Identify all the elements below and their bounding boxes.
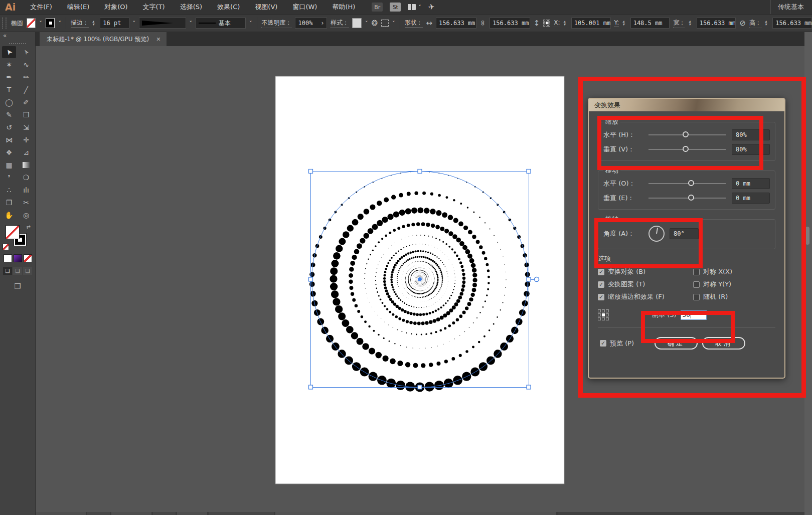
menu-item-view[interactable]: 视图(V) <box>247 0 285 14</box>
shape-height-field[interactable]: 156.633 mm <box>490 18 530 29</box>
scrollbar-segment[interactable] <box>209 512 274 515</box>
opacity-field[interactable]: 100%› <box>295 18 327 29</box>
stepper-down-icon[interactable]: ▾ <box>92 23 96 26</box>
toolbar-collapse-button[interactable]: « <box>0 32 35 41</box>
x-stepper[interactable]: ▴▾ <box>564 20 568 26</box>
bridge-icon[interactable]: Br <box>372 3 383 12</box>
menu-item-file[interactable]: 文件(F) <box>23 0 60 14</box>
checkbox-transform-patterns[interactable]: ✓ 变换图案 (T) <box>598 280 693 289</box>
scale-horizontal-field[interactable]: 80% <box>732 129 770 140</box>
symbol-sprayer-tool[interactable]: ∴ <box>2 184 16 196</box>
panel-expand-handle[interactable] <box>805 227 809 245</box>
stepper-down-icon[interactable]: ▾ <box>622 23 626 26</box>
default-swatches-icon[interactable] <box>3 244 9 250</box>
slider-knob[interactable] <box>688 180 694 186</box>
chevron-down-icon[interactable]: ˅ <box>58 20 61 27</box>
perspective-grid-tool[interactable]: ⊿ <box>19 146 33 158</box>
chevron-down-icon[interactable]: ˅ <box>190 20 193 27</box>
checkbox-icon[interactable]: ✓ <box>598 269 604 275</box>
brush-definition-dropdown[interactable]: 基本 <box>196 18 246 29</box>
checkbox-icon[interactable]: ✓ <box>598 281 604 288</box>
direct-selection-tool[interactable]: ➢ <box>19 46 33 58</box>
checkbox-icon[interactable]: ✓ <box>600 340 606 347</box>
eraser-tool[interactable]: ❒ <box>19 109 33 121</box>
opacity-label[interactable]: 不透明度： <box>261 19 291 28</box>
stroke-weight-label[interactable]: 描边： <box>71 19 89 28</box>
copies-input[interactable] <box>681 310 707 320</box>
ellipse-tool[interactable]: ◯ <box>2 96 16 108</box>
stroke-color-swatch[interactable] <box>46 18 55 28</box>
mesh-tool[interactable]: ▦ <box>2 159 16 171</box>
scrollbar-segment[interactable] <box>177 512 207 515</box>
arrow-right-icon[interactable]: › <box>320 20 324 27</box>
height-field[interactable]: 156.633 mm <box>772 18 812 29</box>
x-field[interactable]: 105.001 mm <box>571 18 611 29</box>
selection-tool[interactable]: ➤ <box>2 46 16 58</box>
scrollbar-track[interactable] <box>558 512 804 515</box>
swap-fill-stroke-icon[interactable]: ⇄ <box>27 224 31 230</box>
scale-horizontal-slider[interactable] <box>648 134 726 135</box>
menu-item-select[interactable]: 选择(S) <box>173 0 210 14</box>
gradient-tool[interactable] <box>19 159 33 171</box>
slice-tool[interactable]: ✂ <box>19 197 33 209</box>
horizontal-scrollbar[interactable] <box>36 512 804 515</box>
slider-knob[interactable] <box>688 195 694 201</box>
line-segment-tool[interactable]: ╱ <box>19 84 33 96</box>
cancel-button[interactable]: 取消 <box>702 337 745 350</box>
paintbrush-tool[interactable]: ✐ <box>19 96 33 108</box>
rotate-angle-field[interactable]: 80° <box>670 228 699 239</box>
scrollbar-segment[interactable] <box>153 512 176 515</box>
graph-tool[interactable]: ılı <box>19 184 33 196</box>
stepper-down-icon[interactable]: ▾ <box>765 23 769 26</box>
fill-color-swatch[interactable] <box>27 18 36 28</box>
scrollbar-segment[interactable] <box>36 512 86 515</box>
arrange-documents-button[interactable]: ˅ <box>408 4 421 11</box>
color-button[interactable] <box>4 254 12 262</box>
move-vertical-slider[interactable] <box>648 198 726 199</box>
draw-behind-button[interactable]: ❏ <box>13 267 22 275</box>
recolor-artwork-icon[interactable]: ❂ <box>372 19 378 28</box>
link-icon[interactable]: ∞ <box>478 20 488 27</box>
live-shape-widget-handle[interactable] <box>535 277 539 282</box>
panel-grip[interactable] <box>2 18 7 29</box>
symbol-tool[interactable]: ❍ <box>19 171 33 184</box>
checkbox-transform-objects[interactable]: ✓ 变换对象 (B) <box>598 267 693 276</box>
puppet-warp-tool[interactable]: ✛ <box>19 134 33 146</box>
style-label[interactable]: 样式： <box>331 19 349 28</box>
move-vertical-field[interactable]: 0 mm <box>732 193 770 204</box>
select-similar-icon[interactable] <box>381 20 389 27</box>
unlink-dimensions-icon[interactable]: ⊘ <box>739 19 746 28</box>
checkbox-reflect-x[interactable]: ✓ 对称 X(X) <box>693 267 732 276</box>
move-horizontal-slider[interactable] <box>648 183 726 184</box>
pen-tool[interactable]: ✒ <box>2 71 16 83</box>
hand-tool[interactable]: ✋ <box>2 209 16 221</box>
lasso-tool[interactable]: ∿ <box>19 59 33 71</box>
y-field[interactable]: 148.5 mm <box>630 18 670 29</box>
reference-point-locator[interactable] <box>543 20 550 27</box>
scrollbar-segment[interactable] <box>87 512 110 515</box>
width-field[interactable]: 156.633 mm <box>697 18 736 29</box>
rotate-tool[interactable]: ↺ <box>2 121 16 133</box>
chevron-down-icon[interactable]: ˅ <box>249 20 252 27</box>
stock-icon[interactable]: St <box>390 3 401 12</box>
checkbox-icon[interactable]: ✓ <box>693 294 700 300</box>
slider-knob[interactable] <box>683 146 689 152</box>
draw-normal-button[interactable]: ❏ <box>3 267 12 275</box>
height-stepper[interactable]: ▴▾ <box>765 20 769 26</box>
shape-builder-tool[interactable]: ❖ <box>2 146 16 158</box>
menu-item-help[interactable]: 帮助(H) <box>324 0 363 14</box>
width-tool[interactable]: ⋈ <box>2 134 16 146</box>
shaper-tool[interactable]: ✎ <box>2 109 16 121</box>
share-icon[interactable]: ✈ <box>428 2 435 12</box>
chevron-down-icon[interactable]: ˅ <box>365 20 368 27</box>
type-tool[interactable]: T <box>2 84 16 96</box>
scale-vertical-field[interactable]: 80% <box>732 144 770 155</box>
fill-proxy-swatch[interactable] <box>6 225 20 239</box>
y-stepper[interactable]: ▴▾ <box>622 20 626 26</box>
center-anchor[interactable] <box>418 277 422 282</box>
toolbar-grip[interactable] <box>9 43 26 44</box>
ok-button[interactable]: 确定 <box>655 337 698 350</box>
checkbox-scale-strokes-effects[interactable]: ✓ 缩放描边和效果 (F) <box>598 292 693 301</box>
eyedropper-tool[interactable]: ❜ <box>2 171 16 184</box>
menu-item-window[interactable]: 窗口(W) <box>285 0 324 14</box>
